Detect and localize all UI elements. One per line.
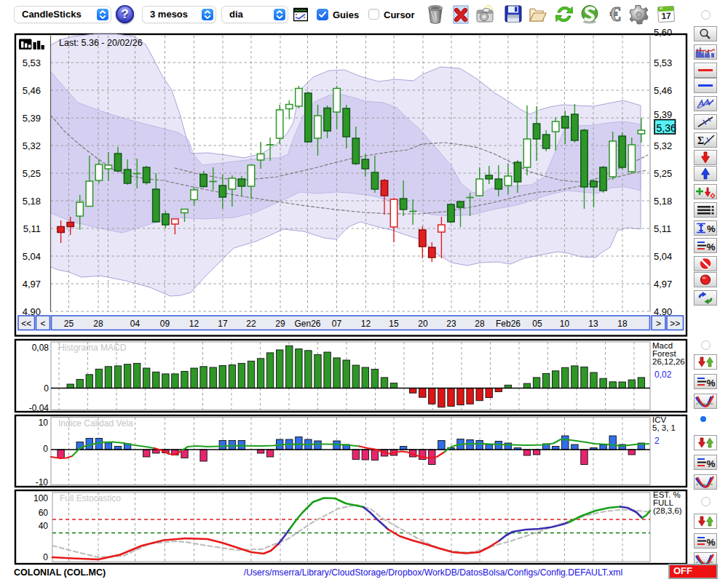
svg-text:5,32: 5,32 xyxy=(654,140,672,151)
svg-text:5,53: 5,53 xyxy=(654,57,672,68)
svg-text:10: 10 xyxy=(39,418,49,428)
svg-text:%: % xyxy=(707,378,716,388)
svg-text:17: 17 xyxy=(218,319,228,329)
svg-text:5,46: 5,46 xyxy=(23,85,41,96)
svg-text:0: 0 xyxy=(43,552,48,562)
svg-text:05: 05 xyxy=(532,319,542,329)
svg-text:5,18: 5,18 xyxy=(654,196,672,207)
svg-text:23: 23 xyxy=(446,319,456,329)
svg-text:Σ: Σ xyxy=(697,135,704,146)
svg-text:Histgrama MACD: Histgrama MACD xyxy=(58,343,127,353)
svg-text:5,46: 5,46 xyxy=(654,85,672,96)
svg-text:%: % xyxy=(707,458,716,469)
svg-text:12: 12 xyxy=(189,319,199,329)
svg-text:(28,3,6): (28,3,6) xyxy=(653,506,682,515)
svg-text:%: % xyxy=(707,223,716,234)
svg-text:5,18: 5,18 xyxy=(23,196,41,207)
svg-text:5,25: 5,25 xyxy=(654,168,672,179)
svg-text:04: 04 xyxy=(130,319,141,329)
svg-text:10: 10 xyxy=(560,319,570,329)
svg-text:09: 09 xyxy=(160,319,170,329)
svg-text:22: 22 xyxy=(246,319,256,329)
svg-text:4,97: 4,97 xyxy=(654,279,672,290)
svg-text:>: > xyxy=(656,319,661,329)
svg-text:18: 18 xyxy=(617,319,628,329)
svg-text:07: 07 xyxy=(332,319,342,329)
svg-text:5,36: 5,36 xyxy=(657,122,676,134)
svg-text:5,32: 5,32 xyxy=(23,140,41,151)
svg-text:0: 0 xyxy=(44,383,49,394)
svg-text:15: 15 xyxy=(389,319,399,329)
svg-text:€: € xyxy=(610,4,621,25)
svg-text:<<: << xyxy=(21,319,31,329)
svg-text:5, 3, 1: 5, 3, 1 xyxy=(652,423,676,432)
svg-text:5,11: 5,11 xyxy=(23,223,41,234)
svg-text:5,60: 5,60 xyxy=(654,27,672,38)
svg-text:5,39: 5,39 xyxy=(23,113,41,124)
svg-text:Gen26: Gen26 xyxy=(294,319,320,329)
svg-text:25: 25 xyxy=(64,319,74,329)
svg-text:28: 28 xyxy=(93,319,103,329)
svg-text:5,39: 5,39 xyxy=(654,109,672,120)
svg-text:Last: 5.36 - 20/02/26: Last: 5.36 - 20/02/26 xyxy=(59,38,143,48)
svg-text:5,04: 5,04 xyxy=(654,251,672,262)
svg-text:20: 20 xyxy=(418,319,428,329)
svg-text:%: % xyxy=(707,536,716,547)
svg-text:17: 17 xyxy=(661,11,671,22)
svg-text:5,53: 5,53 xyxy=(23,57,41,68)
svg-text:Indice Calidad Vela: Indice Calidad Vela xyxy=(58,418,133,428)
svg-text:5,11: 5,11 xyxy=(654,223,671,234)
svg-text:5,25: 5,25 xyxy=(23,168,41,179)
svg-text:40: 40 xyxy=(39,521,49,531)
svg-text:>>: >> xyxy=(670,319,680,329)
svg-text:0,08: 0,08 xyxy=(32,343,50,353)
svg-text:Feb26: Feb26 xyxy=(496,319,521,329)
svg-text:0: 0 xyxy=(43,444,48,454)
svg-text:29: 29 xyxy=(275,319,285,329)
svg-text:Full Estocastico: Full Estocastico xyxy=(60,493,121,503)
svg-text:28: 28 xyxy=(475,319,485,329)
svg-text:2: 2 xyxy=(654,436,660,446)
svg-text:-10: -10 xyxy=(36,477,49,487)
svg-text:/Users/mserra/Library/CloudSto: /Users/mserra/Library/CloudStorage/Dropb… xyxy=(244,567,622,578)
svg-text:60: 60 xyxy=(39,508,49,518)
svg-text:26,12,26: 26,12,26 xyxy=(652,357,685,366)
svg-text:%: % xyxy=(707,242,716,252)
svg-text:-0,04: -0,04 xyxy=(29,403,50,413)
svg-text:13: 13 xyxy=(588,319,598,329)
svg-text:100: 100 xyxy=(33,493,48,503)
svg-text:<: < xyxy=(40,319,45,329)
svg-text:12: 12 xyxy=(361,319,371,329)
svg-text:4,97: 4,97 xyxy=(23,279,41,290)
svg-text:COLONIAL (COL.MC): COLONIAL (COL.MC) xyxy=(14,567,106,578)
svg-text:5,04: 5,04 xyxy=(23,251,41,262)
svg-text:0,02: 0,02 xyxy=(654,370,672,380)
